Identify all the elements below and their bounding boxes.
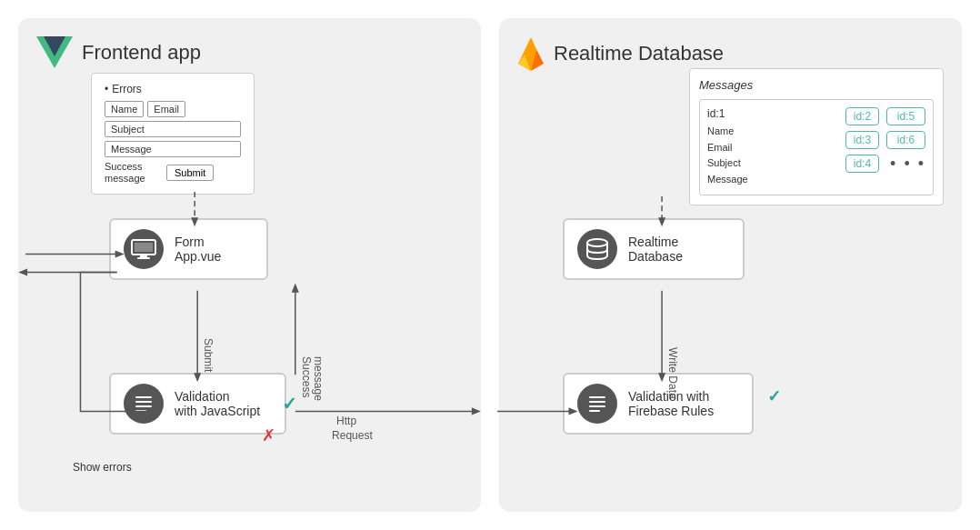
db-id6: id:6 — [886, 131, 925, 149]
form-submit-row: Success message Submit — [105, 161, 241, 185]
svg-rect-33 — [589, 396, 605, 398]
success-message-label: Success message — [105, 161, 159, 185]
submit-button[interactable]: Submit — [166, 165, 214, 181]
svg-text:✓: ✓ — [767, 387, 781, 405]
db-col-ids: id:2 id:3 id:4 — [845, 107, 879, 187]
svg-text:message: message — [312, 356, 325, 401]
subject-row: Subject — [105, 121, 241, 137]
frontend-app-panel: Frontend app • Errors Name Email Subject… — [18, 18, 481, 512]
firebase-logo-icon — [517, 36, 545, 71]
form-mockup: • Errors Name Email Subject Message Succ… — [91, 73, 255, 195]
frontend-app-title: Frontend app — [82, 41, 201, 65]
svg-rect-35 — [589, 405, 605, 407]
db-id1: id:1 — [707, 107, 838, 120]
validation-js-label: Validation with JavaScript — [175, 389, 260, 418]
validation-js-icon-circle — [124, 384, 164, 424]
svg-rect-11 — [135, 396, 152, 398]
db-id2: id:2 — [845, 107, 879, 125]
form-app-box: Form App.vue — [109, 218, 268, 280]
svg-rect-14 — [135, 410, 146, 412]
svg-rect-13 — [135, 405, 152, 407]
db-id3: id:3 — [845, 131, 879, 149]
db-id5: id:5 — [886, 107, 925, 125]
db-col-main: id:1 Name Email Subject Message — [707, 107, 838, 187]
list-icon-2 — [585, 392, 609, 415]
name-field: Name — [105, 101, 144, 117]
diagram-container: Client Frontend app • Errors Name Email … — [0, 0, 980, 530]
database-icon — [585, 236, 610, 262]
vue-logo-icon — [36, 36, 73, 68]
list-icon — [132, 392, 155, 415]
errors-line: • Errors — [105, 83, 241, 95]
realtime-db-label: Realtime Database — [628, 235, 683, 264]
validation-firebase-box: Validation with Firebase Rules — [563, 373, 754, 435]
realtime-db-icon-circle — [577, 229, 617, 269]
db-display-inner: id:1 Name Email Subject Message id:2 id:… — [699, 99, 934, 195]
js-validation-checkmark: ✓ — [282, 393, 297, 415]
db-id4: id:4 — [845, 155, 879, 173]
db-dots-icon: • • • — [890, 155, 925, 174]
form-app-icon-circle — [124, 229, 164, 269]
js-validation-xmark: ✗ — [262, 425, 275, 445]
db-fields: Name Email Subject Message — [707, 124, 838, 187]
svg-text:Request: Request — [332, 429, 374, 442]
realtime-panel-header: Realtime Database — [517, 36, 944, 71]
validation-firebase-icon-circle — [577, 384, 617, 424]
db-display: Messages id:1 Name Email Subject Message… — [689, 68, 944, 205]
realtime-db-title: Realtime Database — [554, 42, 724, 65]
validation-js-box: Validation with JavaScript ✓ ✗ — [109, 373, 286, 435]
message-field: Message — [105, 141, 241, 157]
validation-firebase-label: Validation with Firebase Rules — [628, 389, 714, 418]
realtime-db-box: Realtime Database — [563, 218, 745, 280]
svg-rect-34 — [589, 401, 605, 403]
svg-rect-36 — [589, 410, 600, 412]
svg-marker-29 — [472, 407, 481, 415]
svg-rect-12 — [135, 401, 152, 403]
subject-field: Subject — [105, 121, 241, 137]
svg-text:Success: Success — [300, 356, 313, 398]
svg-point-32 — [587, 239, 607, 246]
svg-rect-9 — [140, 255, 147, 257]
form-row-name-email: Name Email — [105, 101, 241, 117]
screen-icon — [131, 239, 156, 259]
svg-rect-10 — [137, 257, 150, 259]
svg-rect-8 — [135, 243, 153, 252]
show-errors-label: Show errors — [73, 461, 132, 474]
bullet-icon: • — [105, 83, 108, 95]
email-field: Email — [147, 101, 185, 117]
svg-text:Http: Http — [336, 415, 356, 427]
form-app-label: Form App.vue — [175, 235, 221, 264]
db-col-ids2: id:5 id:6 • • • — [886, 107, 925, 187]
realtime-database-panel: Realtime Database Messages id:1 Name Ema… — [499, 18, 962, 512]
svg-marker-21 — [292, 284, 299, 293]
messages-title: Messages — [699, 78, 934, 92]
svg-marker-27 — [18, 269, 27, 276]
frontend-panel-header: Frontend app — [36, 36, 463, 68]
svg-text:Submit: Submit — [202, 338, 215, 373]
message-row: Message — [105, 141, 241, 157]
